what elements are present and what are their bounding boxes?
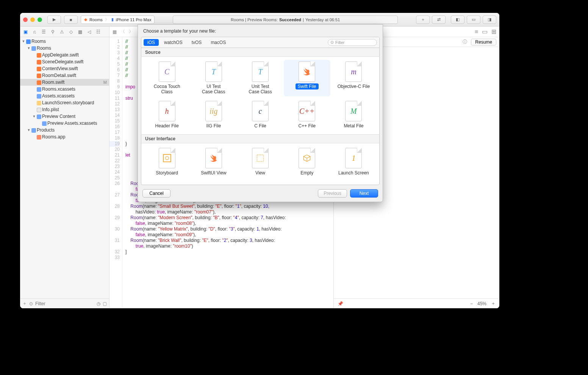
template-item[interactable]: hHeader File [144, 99, 190, 130]
forward-button[interactable]: 〉 [129, 28, 133, 35]
zoom-in-button[interactable]: ＋ [491, 300, 496, 307]
template-icon: iig [205, 101, 222, 121]
template-item[interactable]: C++C++ File [284, 99, 330, 130]
project-navigator-tab[interactable]: ▣ [22, 29, 28, 35]
pin-preview-button[interactable]: 📌 [338, 301, 343, 306]
template-icon: T [252, 61, 269, 82]
report-navigator-tab[interactable]: ☷ [95, 29, 101, 35]
template-item[interactable]: 1Launch Screen [330, 146, 377, 177]
debug-navigator-tab[interactable]: ▦ [77, 29, 83, 35]
template-label: C++ File [296, 123, 318, 129]
test-navigator-tab[interactable]: ◇ [68, 29, 74, 35]
tree-row[interactable]: Info.plist [20, 106, 109, 113]
tree-row[interactable]: ▼Products [20, 127, 109, 133]
tree-row[interactable]: SceneDelegate.swift [20, 58, 109, 65]
template-label: Metal File [341, 123, 366, 129]
platform-tab-watchos[interactable]: watchOS [160, 39, 186, 46]
project-tree[interactable]: ▼Rooms▼RoomsAppDelegate.swiftSceneDelega… [20, 37, 109, 298]
template-item[interactable]: cC File [237, 99, 283, 130]
add-button[interactable]: ＋ [22, 300, 27, 307]
info-icon[interactable]: ⓘ [463, 39, 467, 45]
tree-row[interactable]: ▼Rooms [20, 45, 109, 52]
template-label: View [253, 170, 267, 176]
template-item[interactable]: Swift File [284, 60, 330, 96]
template-label: Unit TestCase Class [246, 83, 274, 95]
tree-row[interactable]: RoomDetail.swift [20, 72, 109, 79]
template-icon: C [159, 61, 175, 82]
tree-row[interactable]: ▼Preview Content [20, 113, 109, 120]
template-icon: C++ [299, 101, 315, 121]
platform-bar: iOSwatchOStvOSmacOS⊙Filter [141, 37, 379, 48]
template-icon: T [205, 61, 222, 82]
scheme-app: Rooms [89, 17, 103, 22]
template-label: Storyboard [153, 170, 180, 176]
template-icon [205, 148, 222, 168]
template-item[interactable]: CCocoa TouchClass [144, 60, 190, 96]
platform-tab-ios[interactable]: iOS [144, 39, 159, 46]
tree-row[interactable]: Assets.xcassets [20, 93, 109, 99]
template-icon: m [345, 61, 362, 82]
template-icon [252, 148, 269, 168]
template-item[interactable]: MMetal File [330, 99, 377, 130]
recent-filter-button[interactable]: ◷ [97, 301, 100, 306]
previous-button[interactable]: Previous [318, 189, 347, 198]
scheme-selector[interactable]: ◆ Rooms 〉 ▮ iPhone 11 Pro Max [81, 16, 155, 24]
template-item[interactable]: iigIIG File [190, 99, 237, 130]
template-item[interactable]: mObjective-C File [330, 60, 377, 96]
sheet-title: Choose a template for your new file: [138, 25, 383, 37]
template-icon: c [252, 101, 269, 121]
template-icon: h [159, 101, 175, 121]
cancel-button[interactable]: Cancel [142, 189, 170, 198]
minimize-window-button[interactable] [30, 17, 35, 22]
tree-row[interactable]: ContentView.swift [20, 65, 109, 72]
code-review-button[interactable]: ⇄ [432, 16, 446, 24]
toggle-debug-button[interactable]: ▭ [467, 16, 480, 24]
template-item[interactable]: TUnit TestCase Class [237, 60, 283, 96]
back-button[interactable]: 〈 [120, 28, 125, 35]
navigator-tabs: ▣ ⎌ ☰ ⚲ ⚠ ◇ ▦ ◁ ☷ [20, 27, 109, 37]
template-icon: M [345, 101, 362, 121]
add-editor-icon[interactable]: ⊞ [491, 28, 496, 35]
tree-row[interactable]: Room.swiftM [20, 79, 109, 86]
tree-row[interactable]: LaunchScreen.storyboard [20, 99, 109, 106]
template-icon: 1 [345, 148, 362, 168]
template-item[interactable]: TUI TestCase Class [190, 60, 237, 96]
issue-navigator-tab[interactable]: ⚠ [59, 29, 65, 35]
related-items-icon[interactable]: ▦ [113, 29, 117, 35]
template-label: Objective-C File [335, 83, 372, 89]
adjust-editor-icon[interactable]: ▭ [482, 28, 488, 35]
find-navigator-tab[interactable]: ⚲ [50, 29, 56, 35]
symbol-navigator-tab[interactable]: ☰ [41, 29, 47, 35]
navigator-panel: ▣ ⎌ ☰ ⚲ ⚠ ◇ ▦ ◁ ☷ ▼Rooms▼RoomsAppDelegat… [20, 27, 109, 308]
tree-row[interactable]: Rooms.xcassets [20, 86, 109, 93]
tree-row[interactable]: ▼Rooms [20, 38, 109, 45]
toggle-inspector-button[interactable]: ◨ [483, 16, 496, 24]
template-section-header: User Interface [141, 134, 379, 143]
toggle-navigator-button[interactable]: ◧ [451, 16, 464, 24]
source-control-navigator-tab[interactable]: ⎌ [31, 29, 38, 35]
next-button[interactable]: Next [350, 189, 378, 198]
template-item[interactable]: View [237, 146, 283, 177]
minimap-icon[interactable]: ≡ [475, 28, 478, 35]
template-item[interactable]: SwiftUI View [190, 146, 237, 177]
navigator-filter-input[interactable] [35, 301, 94, 306]
template-label: Swift File [296, 83, 319, 89]
platform-tab-macos[interactable]: macOS [207, 39, 230, 46]
template-item[interactable]: Storyboard [144, 146, 190, 177]
tree-row[interactable]: Preview Assets.xcassets [20, 120, 109, 127]
zoom-window-button[interactable] [38, 17, 42, 22]
resume-button[interactable]: Resume [471, 39, 496, 46]
platform-tab-tvos[interactable]: tvOS [188, 39, 206, 46]
template-item[interactable]: Empty [284, 146, 330, 177]
run-button[interactable]: ▶ [47, 16, 61, 24]
scm-filter-button[interactable]: ▢ [103, 301, 107, 306]
tree-row[interactable]: Rooms.app [20, 133, 109, 140]
svg-point-1 [165, 157, 169, 160]
template-filter[interactable]: ⊙Filter [328, 39, 377, 46]
breakpoint-navigator-tab[interactable]: ◁ [86, 29, 92, 35]
zoom-out-button[interactable]: − [470, 301, 473, 306]
tree-row[interactable]: AppDelegate.swift [20, 52, 109, 58]
stop-button[interactable]: ■ [64, 16, 78, 24]
library-button[interactable]: ＋ [416, 16, 430, 24]
close-window-button[interactable] [23, 17, 28, 22]
